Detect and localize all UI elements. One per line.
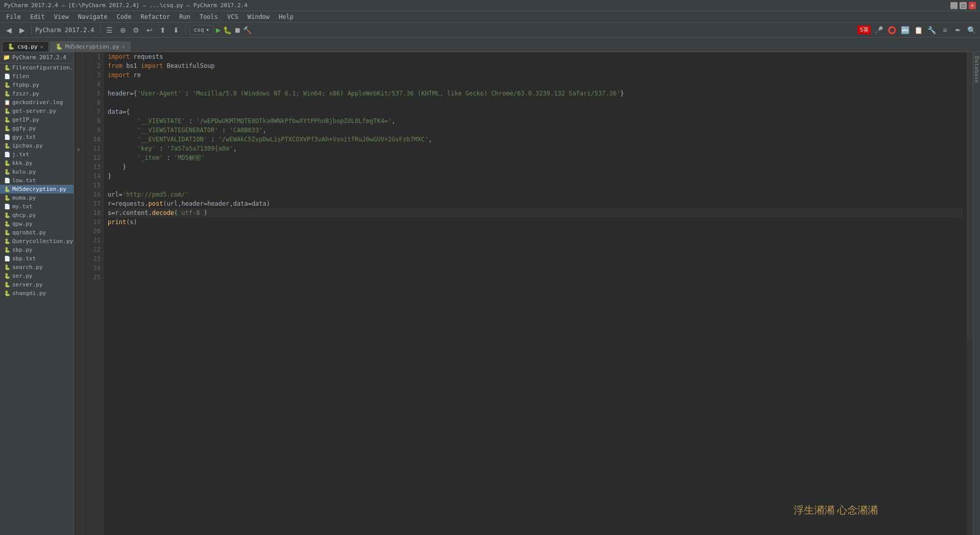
sidebar-item-ftpbp[interactable]: 🐍 ftpbp.py xyxy=(0,81,74,89)
sidebar-item-search[interactable]: 🐍 search.py xyxy=(0,263,74,272)
menu-tools[interactable]: Tools xyxy=(195,12,222,21)
sidebar-item-kkk[interactable]: 🐍 kkk.py xyxy=(0,159,74,167)
stop-button[interactable]: ⏹ xyxy=(234,26,241,34)
py-icon: 🐍 xyxy=(4,212,10,218)
toolbar-right-btn5[interactable]: 🔧 xyxy=(926,25,937,36)
toolbar-right-btn1[interactable]: 🎤 xyxy=(873,25,884,36)
sidebar-item-fileconfiguration[interactable]: 🐍 Fileconfiguration.py xyxy=(0,63,74,72)
gutter-13 xyxy=(74,162,83,172)
tab-csq[interactable]: 🐍 csq.py ✕ xyxy=(2,41,49,52)
sidebar-item-filen[interactable]: 📄 filen xyxy=(0,72,74,81)
sidebar-item-label: Querycollection.py xyxy=(12,238,73,245)
toolbar-btn4[interactable]: ↩ xyxy=(144,25,155,36)
minimize-button[interactable]: _ xyxy=(950,2,958,9)
close-button[interactable]: ✕ xyxy=(969,2,976,9)
title-text: PyCharm 2017.2.4 – [E:\PyCharm 2017.2.4]… xyxy=(4,2,248,9)
tab-md5-close[interactable]: ✕ xyxy=(122,44,125,50)
gutter-16 xyxy=(74,190,83,199)
sidebar-item-qhcp[interactable]: 🐍 qhcp.py xyxy=(0,211,74,220)
gutter-11: ⚠ xyxy=(74,144,83,153)
menu-code[interactable]: Code xyxy=(113,12,136,21)
input-toolbar-s[interactable]: S英 xyxy=(857,26,871,34)
tab-csq-close[interactable]: ✕ xyxy=(40,44,43,50)
sidebar-item-label: ggfy.py xyxy=(12,125,36,132)
sidebar-item-server[interactable]: 🐍 server.py xyxy=(0,280,74,289)
sidebar-item-sbppy[interactable]: 🐍 sbp.py xyxy=(0,246,74,254)
toolbar-right-btn7[interactable]: ✒ xyxy=(952,25,964,36)
debug-button[interactable]: 🐛 xyxy=(223,26,232,34)
build-button[interactable]: 🔨 xyxy=(243,26,252,34)
code-line-12: '_item' : 'MD5解密' xyxy=(108,153,963,162)
title-bar: PyCharm 2017.2.4 – [E:\PyCharm 2017.2.4]… xyxy=(0,0,980,11)
sidebar-item-sbptxt[interactable]: 📄 sbp.txt xyxy=(0,254,74,263)
menu-navigate[interactable]: Navigate xyxy=(74,12,112,21)
menu-file[interactable]: File xyxy=(2,12,25,21)
toolbar-forward-button[interactable]: ▶ xyxy=(16,25,28,36)
sidebar-item-qpw[interactable]: 🐍 qpw.py xyxy=(0,220,74,228)
sidebar-item-label: ipchax.py xyxy=(12,142,43,149)
code-line-6 xyxy=(108,98,963,107)
sidebar-item-md5[interactable]: 🐍 Md5decryption.py xyxy=(0,185,74,193)
menu-window[interactable]: Window xyxy=(243,12,274,21)
code-line-23 xyxy=(108,254,963,263)
toolbar-btn5[interactable]: ⬆ xyxy=(157,25,168,36)
code-editor[interactable]: import requests from bs1 import Beautifu… xyxy=(104,52,967,535)
toolbar-sep1 xyxy=(31,26,32,35)
sidebar-item-label: low.txt xyxy=(12,177,36,184)
toolbar-right-btn4[interactable]: 📋 xyxy=(913,25,924,36)
maximize-button[interactable]: □ xyxy=(960,2,967,9)
search-everywhere-button[interactable]: 🔍 xyxy=(966,25,977,36)
sidebar-item-label: qhcp.py xyxy=(12,212,36,218)
sidebar-item-ser[interactable]: 🐍 ser.py xyxy=(0,272,74,280)
run-button[interactable]: ▶ xyxy=(216,25,221,35)
sidebar-item-mytxt[interactable]: 📄 my.txt xyxy=(0,202,74,211)
toolbar-right-btn3[interactable]: 🔤 xyxy=(899,25,911,36)
toolbar-right-btn6[interactable]: ≡ xyxy=(939,25,950,36)
sidebar-item-ggfy[interactable]: 🐍 ggfy.py xyxy=(0,124,74,133)
run-configuration-selector[interactable]: csq ▾ xyxy=(189,25,214,35)
sidebar-item-label: gyy.txt xyxy=(12,134,36,140)
sidebar-item-getip[interactable]: 🐍 getIP.py xyxy=(0,115,74,124)
py-icon: 🐍 xyxy=(4,65,10,70)
sidebar-item-fzszr[interactable]: 🐍 fzszr.py xyxy=(0,89,74,98)
py-icon: 🐍 xyxy=(4,221,10,227)
folder-icon: 📄 xyxy=(4,74,10,79)
py-icon: 🐍 xyxy=(4,82,10,88)
right-db-btn[interactable]: Database xyxy=(972,54,980,85)
code-line-20 xyxy=(108,227,963,236)
menu-help[interactable]: Help xyxy=(275,12,298,21)
py-icon: 🐍 xyxy=(4,264,10,270)
toolbar-right-btn2[interactable]: ⭕ xyxy=(886,25,897,36)
gutter-19 xyxy=(74,217,83,227)
tab-md5[interactable]: 🐍 Md5decryption.py ✕ xyxy=(50,41,131,52)
sidebar-item-querycollection[interactable]: 🐍 Querycollection.py xyxy=(0,237,74,246)
sidebar-item-shangdi[interactable]: 🐍 shangdi.py xyxy=(0,289,74,298)
py-icon: 🐍 xyxy=(4,91,10,96)
sidebar-item-muma[interactable]: 🐍 muma.py xyxy=(0,193,74,202)
sidebar-item-ipchax[interactable]: 🐍 ipchax.py xyxy=(0,141,74,150)
sidebar-item-lowtxt[interactable]: 📄 low.txt xyxy=(0,176,74,185)
menu-view[interactable]: View xyxy=(50,12,73,21)
toolbar-back-button[interactable]: ◀ xyxy=(3,25,14,36)
sidebar-item-kulu[interactable]: 🐍 kulu.py xyxy=(0,167,74,176)
menu-refactor[interactable]: Refactor xyxy=(136,12,174,21)
sidebar-item-gyy[interactable]: 📄 gyy.txt xyxy=(0,133,74,141)
sidebar-item-label: my.txt xyxy=(12,203,33,210)
sidebar-item-geckodriver[interactable]: 📋 geckodriver.log xyxy=(0,98,74,107)
sidebar-item-jtxt[interactable]: 📄 j.txt xyxy=(0,150,74,159)
toolbar-btn6[interactable]: ⬇ xyxy=(170,25,182,36)
toolbar-btn1[interactable]: ☰ xyxy=(104,25,115,36)
sidebar-item-qqrobot[interactable]: 🐍 qqrobot.py xyxy=(0,228,74,237)
code-line-7: data={ xyxy=(108,107,963,116)
sidebar-item-getserver[interactable]: 🐍 get-server.py xyxy=(0,107,74,115)
toolbar-btn2[interactable]: ⊕ xyxy=(117,25,129,36)
sidebar-item-label: sbp.py xyxy=(12,247,33,253)
toolbar-btn3[interactable]: ⚙ xyxy=(131,25,142,36)
gutter-5 xyxy=(74,89,83,98)
editor-minimap[interactable] xyxy=(967,52,973,535)
menu-run[interactable]: Run xyxy=(175,12,194,21)
menu-edit[interactable]: Edit xyxy=(26,12,49,21)
py-icon: 🐍 xyxy=(4,282,10,287)
code-line-2: from bs1 import BeautifulSoup xyxy=(108,61,963,70)
menu-vcs[interactable]: VCS xyxy=(223,12,242,21)
